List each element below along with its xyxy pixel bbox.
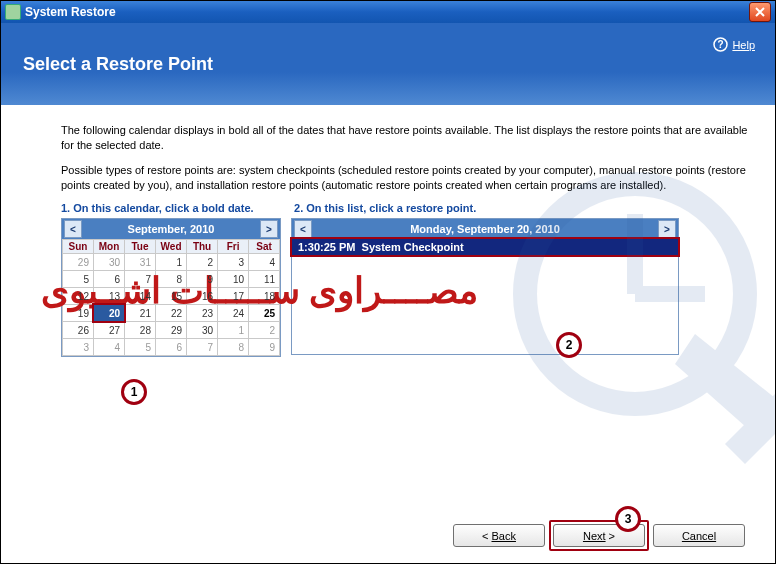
step-labels: 1. On this calendar, click a bold date. …	[61, 202, 749, 214]
cal-day[interactable]: 24	[218, 305, 249, 322]
cal-day[interactable]: 17	[218, 288, 249, 305]
titlebar: System Restore	[1, 1, 775, 23]
marker-1: 1	[121, 379, 147, 405]
cal-day[interactable]: 30	[93, 254, 124, 271]
panels: < September, 2010 > SunMonTueWedThuFriSa…	[61, 218, 749, 357]
window-title: System Restore	[25, 5, 116, 19]
next-month-button[interactable]: >	[260, 220, 278, 238]
cal-day[interactable]: 13	[93, 288, 124, 305]
header: Select a Restore Point ? Help	[1, 23, 775, 105]
calendar-panel: < September, 2010 > SunMonTueWedThuFriSa…	[61, 218, 281, 357]
calendar-title: September, 2010	[82, 223, 260, 235]
window: System Restore Select a Restore Point ? …	[0, 0, 776, 564]
cal-day[interactable]: 1	[155, 254, 186, 271]
cal-day[interactable]: 5	[125, 339, 156, 356]
back-button[interactable]: < Back	[453, 524, 545, 547]
cal-day[interactable]: 19	[63, 305, 94, 322]
cancel-button[interactable]: Cancel	[653, 524, 745, 547]
cal-day[interactable]: 3	[63, 339, 94, 356]
cal-day[interactable]: 12	[63, 288, 94, 305]
cal-day[interactable]: 2	[187, 254, 218, 271]
restore-time: 1:30:25 PM	[298, 241, 355, 253]
cal-dow: Sat	[249, 240, 280, 254]
cal-dow: Mon	[93, 240, 124, 254]
restore-name: System Checkpoint	[362, 241, 464, 253]
intro-1: The following calendar displays in bold …	[61, 123, 749, 153]
restore-point-row[interactable]: 1:30:25 PM System Checkpoint	[292, 239, 678, 255]
calendar-header: < September, 2010 >	[62, 219, 280, 239]
body: The following calendar displays in bold …	[1, 105, 775, 514]
restore-list-panel: < Monday, September 20, 2010 > 1:30:25 P…	[291, 218, 679, 355]
cal-day[interactable]: 18	[249, 288, 280, 305]
cal-day[interactable]: 16	[187, 288, 218, 305]
cal-day[interactable]: 31	[125, 254, 156, 271]
cal-day[interactable]: 8	[218, 339, 249, 356]
step-1-label: 1. On this calendar, click a bold date.	[61, 202, 291, 214]
cal-dow: Thu	[187, 240, 218, 254]
cal-dow: Sun	[63, 240, 94, 254]
cal-day[interactable]: 27	[93, 322, 124, 339]
cal-day[interactable]: 1	[218, 322, 249, 339]
cal-day[interactable]: 11	[249, 271, 280, 288]
cal-day[interactable]: 14	[125, 288, 156, 305]
cal-day[interactable]: 4	[249, 254, 280, 271]
app-icon	[5, 4, 21, 20]
cal-day[interactable]: 9	[187, 271, 218, 288]
cal-day[interactable]: 28	[125, 322, 156, 339]
next-day-button[interactable]: >	[658, 220, 676, 238]
cal-day[interactable]: 30	[187, 322, 218, 339]
cal-day[interactable]: 22	[155, 305, 186, 322]
marker-2: 2	[556, 332, 582, 358]
marker-3: 3	[615, 506, 641, 532]
cal-day[interactable]: 10	[218, 271, 249, 288]
cal-day[interactable]: 7	[125, 271, 156, 288]
list-header: < Monday, September 20, 2010 >	[292, 219, 678, 239]
cal-day[interactable]: 29	[63, 254, 94, 271]
cal-day[interactable]: 4	[93, 339, 124, 356]
cal-day[interactable]: 5	[63, 271, 94, 288]
prev-day-button[interactable]: <	[294, 220, 312, 238]
cal-day[interactable]: 7	[187, 339, 218, 356]
cal-day[interactable]: 25	[249, 305, 280, 322]
step-2-label: 2. On this list, click a restore point.	[294, 202, 476, 214]
restore-list[interactable]: 1:30:25 PM System Checkpoint	[292, 239, 678, 354]
cal-day[interactable]: 23	[187, 305, 218, 322]
cal-dow: Fri	[218, 240, 249, 254]
cal-day[interactable]: 15	[155, 288, 186, 305]
list-title: Monday, September 20, 2010	[312, 223, 658, 235]
cal-dow: Wed	[155, 240, 186, 254]
footer: < Back Next > 3 Cancel	[1, 514, 775, 563]
cal-day[interactable]: 2	[249, 322, 280, 339]
calendar-grid: SunMonTueWedThuFriSat 293031123456789101…	[62, 239, 280, 356]
cal-day[interactable]: 3	[218, 254, 249, 271]
cal-day[interactable]: 20	[93, 305, 124, 322]
cal-day[interactable]: 21	[125, 305, 156, 322]
cal-dow: Tue	[125, 240, 156, 254]
cal-day[interactable]: 6	[93, 271, 124, 288]
help-link[interactable]: ? Help	[713, 37, 755, 52]
close-button[interactable]	[749, 2, 771, 22]
prev-month-button[interactable]: <	[64, 220, 82, 238]
close-icon	[755, 7, 765, 17]
cal-day[interactable]: 8	[155, 271, 186, 288]
page-title: Select a Restore Point	[23, 54, 213, 75]
intro-2: Possible types of restore points are: sy…	[61, 163, 749, 193]
cal-day[interactable]: 29	[155, 322, 186, 339]
cal-day[interactable]: 9	[249, 339, 280, 356]
cal-day[interactable]: 6	[155, 339, 186, 356]
help-icon: ?	[713, 37, 728, 52]
svg-text:?: ?	[718, 39, 724, 50]
cal-day[interactable]: 26	[63, 322, 94, 339]
